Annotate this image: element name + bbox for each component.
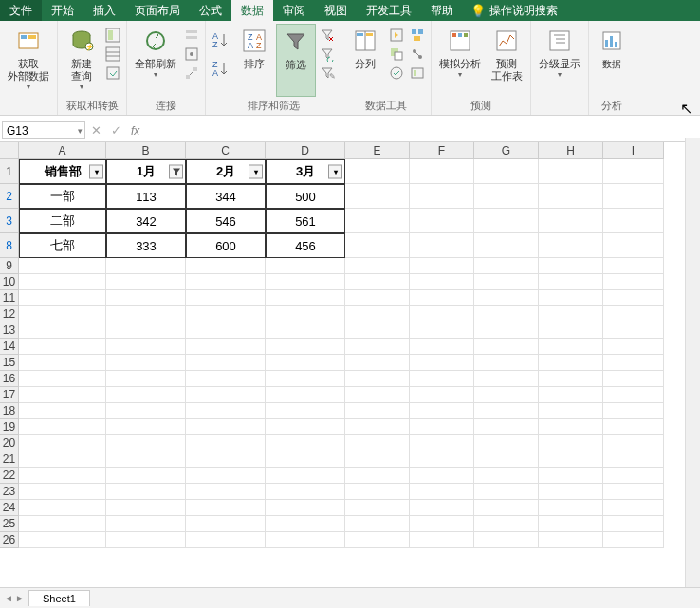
col-header-I[interactable]: I bbox=[603, 142, 664, 159]
menu-home[interactable]: 开始 bbox=[42, 0, 83, 21]
col-header-A[interactable]: A bbox=[19, 142, 106, 159]
data-analysis-button[interactable]: 数据 bbox=[593, 24, 631, 97]
dropdown-icon[interactable]: ▾ bbox=[78, 126, 83, 136]
sort-asc-button[interactable]: AZ bbox=[210, 29, 232, 52]
cell-H24[interactable] bbox=[539, 500, 603, 516]
flash-fill-button[interactable] bbox=[387, 26, 406, 45]
cell-B18[interactable] bbox=[106, 403, 186, 419]
sort-button[interactable]: ZAAZ 排序 bbox=[234, 24, 274, 97]
row-header-15[interactable]: 15 bbox=[0, 355, 19, 371]
cell-D15[interactable] bbox=[266, 355, 345, 371]
cell-E18[interactable] bbox=[345, 403, 410, 419]
menu-insert[interactable]: 插入 bbox=[83, 0, 125, 21]
cell-I12[interactable] bbox=[603, 306, 664, 322]
cell-I22[interactable] bbox=[603, 468, 664, 484]
cell-B11[interactable] bbox=[106, 290, 186, 306]
cell-I13[interactable] bbox=[603, 322, 664, 339]
cell-H13[interactable] bbox=[539, 322, 603, 339]
cell-A9[interactable] bbox=[19, 258, 106, 274]
clear-filter-button[interactable] bbox=[318, 26, 337, 45]
cell-H22[interactable] bbox=[539, 468, 603, 484]
cell-H16[interactable] bbox=[539, 371, 603, 387]
cell-B1[interactable]: 1月 bbox=[106, 159, 186, 184]
cell-D25[interactable] bbox=[266, 516, 345, 532]
cell-E14[interactable] bbox=[345, 339, 410, 355]
cell-F17[interactable] bbox=[410, 387, 474, 403]
cell-B24[interactable] bbox=[106, 500, 186, 516]
text-to-cols-button[interactable]: 分列 bbox=[345, 24, 385, 97]
cell-E26[interactable] bbox=[345, 532, 410, 548]
whatif-button[interactable]: 模拟分析 ▾ bbox=[435, 24, 485, 97]
cell-I1[interactable] bbox=[603, 159, 664, 184]
cell-G10[interactable] bbox=[474, 274, 539, 290]
row-header-14[interactable]: 14 bbox=[0, 339, 19, 355]
cell-C8[interactable]: 600 bbox=[186, 233, 266, 258]
validation-button[interactable] bbox=[387, 64, 406, 83]
cell-F18[interactable] bbox=[410, 403, 474, 419]
cell-B3[interactable]: 342 bbox=[106, 209, 186, 233]
col-header-B[interactable]: B bbox=[106, 142, 186, 159]
cell-E11[interactable] bbox=[345, 290, 410, 306]
cell-C19[interactable] bbox=[186, 419, 266, 435]
cell-E20[interactable] bbox=[345, 435, 410, 451]
cell-C18[interactable] bbox=[186, 403, 266, 419]
cell-G1[interactable] bbox=[474, 159, 539, 184]
cell-H10[interactable] bbox=[539, 274, 603, 290]
data-model-button[interactable] bbox=[408, 64, 427, 83]
cell-I3[interactable] bbox=[603, 209, 664, 233]
cell-D8[interactable]: 456 bbox=[266, 233, 345, 258]
cell-I19[interactable] bbox=[603, 419, 664, 435]
cell-E16[interactable] bbox=[345, 371, 410, 387]
cell-I23[interactable] bbox=[603, 484, 664, 500]
cell-B16[interactable] bbox=[106, 371, 186, 387]
cell-E15[interactable] bbox=[345, 355, 410, 371]
cell-C20[interactable] bbox=[186, 435, 266, 451]
cell-G23[interactable] bbox=[474, 484, 539, 500]
cell-C3[interactable]: 546 bbox=[186, 209, 266, 233]
menu-layout[interactable]: 页面布局 bbox=[125, 0, 190, 21]
cell-B14[interactable] bbox=[106, 339, 186, 355]
filter-dropdown-A[interactable]: ▾ bbox=[89, 165, 103, 179]
cell-H1[interactable] bbox=[539, 159, 603, 184]
filter-button[interactable]: 筛选 bbox=[276, 24, 316, 97]
recent-sources-button[interactable] bbox=[103, 64, 122, 83]
cell-D26[interactable] bbox=[266, 532, 345, 548]
cell-F16[interactable] bbox=[410, 371, 474, 387]
cell-G21[interactable] bbox=[474, 451, 539, 468]
cell-I24[interactable] bbox=[603, 500, 664, 516]
cell-F12[interactable] bbox=[410, 306, 474, 322]
cell-A24[interactable] bbox=[19, 500, 106, 516]
connections-button[interactable] bbox=[182, 26, 201, 45]
cell-D17[interactable] bbox=[266, 387, 345, 403]
select-all-corner[interactable] bbox=[0, 142, 19, 159]
cell-G3[interactable] bbox=[474, 209, 539, 233]
cell-F2[interactable] bbox=[410, 184, 474, 209]
cell-H2[interactable] bbox=[539, 184, 603, 209]
cancel-button[interactable]: ✕ bbox=[91, 123, 101, 138]
cell-I16[interactable] bbox=[603, 371, 664, 387]
cell-H21[interactable] bbox=[539, 451, 603, 468]
cell-C9[interactable] bbox=[186, 258, 266, 274]
cell-H8[interactable] bbox=[539, 233, 603, 258]
cell-F20[interactable] bbox=[410, 435, 474, 451]
cell-I11[interactable] bbox=[603, 290, 664, 306]
cell-C26[interactable] bbox=[186, 532, 266, 548]
cell-F10[interactable] bbox=[410, 274, 474, 290]
cell-D3[interactable]: 561 bbox=[266, 209, 345, 233]
show-queries-button[interactable] bbox=[103, 26, 122, 45]
cell-B23[interactable] bbox=[106, 484, 186, 500]
edit-links-button[interactable] bbox=[182, 64, 201, 83]
cell-H26[interactable] bbox=[539, 532, 603, 548]
cell-H20[interactable] bbox=[539, 435, 603, 451]
cell-E23[interactable] bbox=[345, 484, 410, 500]
enter-button[interactable]: ✓ bbox=[111, 123, 121, 138]
consolidate-button[interactable] bbox=[408, 26, 427, 45]
row-header-11[interactable]: 11 bbox=[0, 290, 19, 306]
cell-B10[interactable] bbox=[106, 274, 186, 290]
cell-F24[interactable] bbox=[410, 500, 474, 516]
cell-C12[interactable] bbox=[186, 306, 266, 322]
remove-dup-button[interactable] bbox=[387, 45, 406, 64]
cell-F23[interactable] bbox=[410, 484, 474, 500]
cell-A12[interactable] bbox=[19, 306, 106, 322]
get-external-data-button[interactable]: 获取 外部数据 ▾ bbox=[4, 24, 53, 100]
